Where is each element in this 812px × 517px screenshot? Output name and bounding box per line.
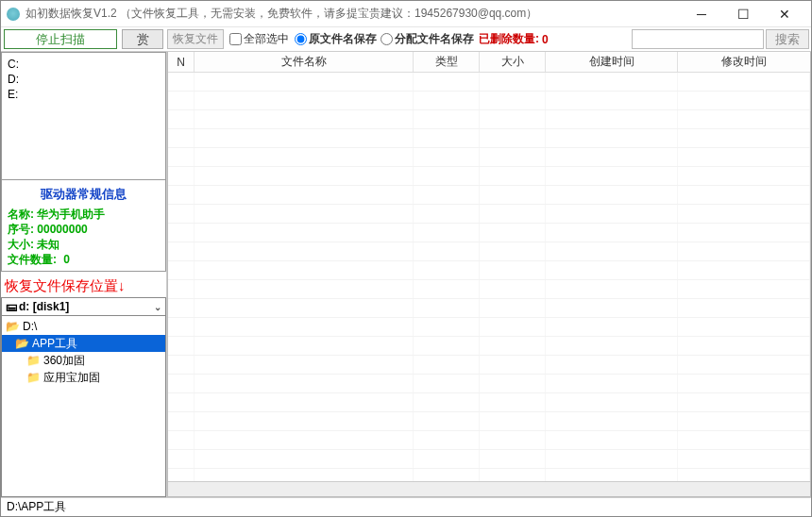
col-header-mtime[interactable]: 修改时间 [678, 52, 810, 72]
drive-item[interactable]: E: [8, 87, 160, 102]
drive-name-row: 名称: 华为手机助手 [8, 207, 160, 222]
maximize-button[interactable]: ☐ [722, 1, 764, 27]
search-button[interactable]: 搜索 [766, 29, 809, 49]
toolbar: 停止扫描 赏 恢复文件 全部选中 原文件名保存 分配文件名保存 已删除数量: 0… [1, 27, 811, 52]
drive-filecount-value: 0 [63, 253, 70, 266]
donate-button[interactable]: 赏 [122, 29, 163, 49]
drive-serial-value: 00000000 [37, 223, 87, 236]
folder-icon: 📁 [26, 372, 41, 383]
window-title: 如初数据恢复V1.2 （文件恢复工具，无需安装，免费软件，请多提宝贵建议：194… [25, 6, 681, 22]
deleted-count-value: 0 [542, 33, 549, 46]
col-header-n[interactable]: N [168, 52, 195, 72]
save-original-radio[interactable]: 原文件名保存 [293, 27, 379, 51]
save-location-label: 恢复文件保存位置↓ [1, 272, 166, 297]
select-all-input[interactable] [229, 33, 242, 45]
table-row[interactable] [168, 356, 810, 375]
col-header-size[interactable]: 大小 [480, 52, 546, 72]
toolbar-spacer [551, 27, 630, 51]
tree-item-label: APP工具 [32, 336, 77, 352]
disk-select-dropdown[interactable]: 🖴 d: [disk1] ⌄ [1, 297, 166, 316]
file-table: N 文件名称 类型 大小 创建时间 修改时间 [167, 52, 811, 497]
window-controls: ─ ☐ ✕ [681, 1, 805, 27]
table-row[interactable] [168, 280, 810, 299]
drive-filecount-row: 文件数量: 0 [8, 252, 160, 267]
table-row[interactable] [168, 412, 810, 431]
table-row[interactable] [168, 318, 810, 337]
stop-scan-button[interactable]: 停止扫描 [4, 29, 117, 49]
select-all-label: 全部选中 [244, 31, 289, 47]
table-row[interactable] [168, 224, 810, 242]
table-row[interactable] [168, 393, 810, 412]
drive-item[interactable]: D: [8, 72, 160, 87]
disk-select-label: d: [disk1] [19, 300, 69, 313]
drive-serial-row: 序号: 00000000 [8, 222, 160, 237]
table-row[interactable] [168, 242, 810, 261]
restore-file-button[interactable]: 恢复文件 [167, 29, 224, 49]
save-assigned-input[interactable] [381, 33, 393, 45]
tree-item-label: 应用宝加固 [43, 370, 100, 386]
app-window: 如初数据恢复V1.2 （文件恢复工具，无需安装，免费软件，请多提宝贵建议：194… [0, 0, 812, 517]
table-body[interactable] [168, 73, 810, 481]
table-row[interactable] [168, 375, 810, 393]
drive-list[interactable]: C: D: E: [1, 52, 166, 180]
table-row[interactable] [168, 261, 810, 280]
table-header: N 文件名称 类型 大小 创建时间 修改时间 [168, 52, 810, 73]
folder-open-icon: 📂 [6, 321, 20, 332]
drive-name-label: 名称: [8, 208, 34, 221]
horizontal-scrollbar[interactable] [168, 481, 810, 496]
col-header-ctime[interactable]: 创建时间 [546, 52, 678, 72]
disk-icon: 🖴 [6, 300, 17, 313]
status-path: D:\APP工具 [7, 499, 66, 515]
table-row[interactable] [168, 148, 810, 167]
table-row[interactable] [168, 92, 810, 110]
titlebar: 如初数据恢复V1.2 （文件恢复工具，无需安装，免费软件，请多提宝贵建议：194… [1, 1, 811, 27]
drive-size-label: 大小: [8, 238, 34, 251]
drive-size-value: 未知 [37, 238, 59, 251]
right-panel: N 文件名称 类型 大小 创建时间 修改时间 [167, 52, 811, 497]
main-area: C: D: E: 驱动器常规信息 名称: 华为手机助手 序号: 00000000… [1, 52, 811, 497]
drive-serial-label: 序号: [8, 223, 34, 236]
folder-tree[interactable]: 📂D:\📂APP工具📁360加固📁应用宝加固 [1, 316, 166, 497]
save-assigned-radio[interactable]: 分配文件名保存 [379, 27, 476, 51]
table-row[interactable] [168, 205, 810, 224]
save-original-input[interactable] [295, 33, 307, 45]
tree-item-label: D:\ [23, 320, 37, 333]
table-row[interactable] [168, 299, 810, 318]
table-row[interactable] [168, 167, 810, 186]
save-assigned-label: 分配文件名保存 [395, 31, 474, 47]
drive-info-panel: 驱动器常规信息 名称: 华为手机助手 序号: 00000000 大小: 未知 文… [1, 180, 166, 272]
tree-item-label: 360加固 [43, 353, 85, 369]
col-header-type[interactable]: 类型 [414, 52, 480, 72]
deleted-count: 已删除数量: 0 [476, 27, 551, 51]
select-all-checkbox[interactable]: 全部选中 [226, 27, 293, 51]
drive-item[interactable]: C: [8, 57, 160, 72]
drive-info-header: 驱动器常规信息 [8, 184, 160, 207]
table-row[interactable] [168, 73, 810, 92]
tree-item[interactable]: 📂APP工具 [2, 335, 165, 352]
save-original-label: 原文件名保存 [309, 31, 377, 47]
drive-size-row: 大小: 未知 [8, 237, 160, 252]
minimize-button[interactable]: ─ [681, 1, 722, 27]
folder-open-icon: 📂 [15, 338, 29, 349]
search-input[interactable] [632, 29, 764, 49]
left-panel: C: D: E: 驱动器常规信息 名称: 华为手机助手 序号: 00000000… [1, 52, 167, 497]
tree-item[interactable]: 📂D:\ [2, 318, 165, 335]
table-row[interactable] [168, 450, 810, 469]
table-row[interactable] [168, 337, 810, 356]
table-row[interactable] [168, 469, 810, 481]
table-row[interactable] [168, 186, 810, 205]
table-row[interactable] [168, 110, 810, 129]
deleted-count-label: 已删除数量: [479, 31, 539, 47]
drive-name-value: 华为手机助手 [37, 208, 105, 221]
drive-filecount-label: 文件数量: [8, 253, 57, 266]
table-row[interactable] [168, 431, 810, 450]
folder-icon: 📁 [26, 355, 41, 366]
tree-item[interactable]: 📁360加固 [2, 352, 165, 369]
tree-item[interactable]: 📁应用宝加固 [2, 369, 165, 386]
app-icon [7, 8, 20, 21]
statusbar: D:\APP工具 [1, 497, 811, 516]
chevron-down-icon: ⌄ [154, 302, 161, 312]
col-header-name[interactable]: 文件名称 [195, 52, 414, 72]
close-button[interactable]: ✕ [764, 1, 805, 27]
table-row[interactable] [168, 129, 810, 148]
